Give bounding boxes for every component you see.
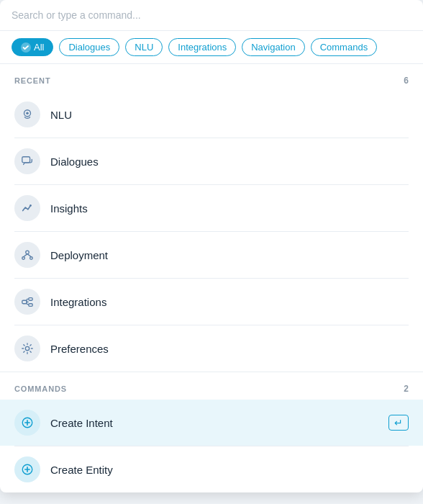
filter-commands-label: Commands xyxy=(320,42,368,53)
commands-section: COMMANDS 2 Create Intent ↵ xyxy=(0,372,423,492)
commands-count: 2 xyxy=(404,384,409,394)
deployment-label: Deployment xyxy=(50,249,409,261)
svg-rect-8 xyxy=(22,300,27,304)
preferences-icon xyxy=(21,342,34,355)
svg-point-2 xyxy=(26,112,29,114)
filter-chip-navigation[interactable]: Navigation xyxy=(242,38,304,56)
filter-nlu-label: NLU xyxy=(135,42,153,53)
list-item-create-entity[interactable]: Create Entity xyxy=(0,446,423,492)
enter-key-badge: ↵ xyxy=(388,415,409,431)
nlu-label: NLU xyxy=(50,109,409,121)
svg-point-7 xyxy=(30,257,33,260)
filter-navigation-label: Navigation xyxy=(251,42,295,53)
filter-all-label: All xyxy=(34,42,44,53)
recent-title: RECENT xyxy=(14,76,51,85)
list-item-create-intent[interactable]: Create Intent ↵ xyxy=(0,400,423,446)
command-palette: All Dialogues NLU Integrations Navigatio… xyxy=(0,0,423,492)
list-item-insights[interactable]: Insights xyxy=(0,185,423,231)
integrations-label: Integrations xyxy=(50,296,409,308)
svg-rect-10 xyxy=(29,304,32,307)
nlu-icon xyxy=(21,108,34,121)
filter-chip-all[interactable]: All xyxy=(12,38,53,56)
preferences-label: Preferences xyxy=(50,343,409,355)
integrations-icon xyxy=(21,295,34,308)
create-intent-icon xyxy=(21,416,34,429)
svg-point-5 xyxy=(26,251,29,254)
create-entity-icon xyxy=(21,463,34,476)
filter-row: All Dialogues NLU Integrations Navigatio… xyxy=(0,31,423,64)
filter-chip-nlu[interactable]: NLU xyxy=(125,38,163,56)
filter-chip-dialogues[interactable]: Dialogues xyxy=(59,38,119,56)
filter-dialogues-label: Dialogues xyxy=(68,42,110,53)
svg-rect-9 xyxy=(29,298,32,301)
commands-title: COMMANDS xyxy=(14,384,67,393)
nlu-icon-circle xyxy=(14,102,40,127)
list-item-preferences[interactable]: Preferences xyxy=(0,325,423,372)
list-item-deployment[interactable]: Deployment xyxy=(0,232,423,278)
list-item-integrations[interactable]: Integrations xyxy=(0,279,423,325)
list-item-nlu[interactable]: NLU xyxy=(0,91,423,138)
insights-icon xyxy=(21,202,34,215)
enter-key-symbol: ↵ xyxy=(394,417,403,428)
svg-point-11 xyxy=(25,346,29,350)
filter-chip-commands[interactable]: Commands xyxy=(311,38,377,56)
svg-point-6 xyxy=(22,257,25,260)
create-intent-label: Create Intent xyxy=(50,417,378,429)
dialogues-label: Dialogues xyxy=(50,156,409,168)
integrations-icon-circle xyxy=(14,289,40,315)
svg-point-4 xyxy=(29,204,32,207)
recent-count: 6 xyxy=(404,76,409,86)
insights-label: Insights xyxy=(50,202,409,215)
check-icon xyxy=(21,42,31,53)
deployment-icon-circle xyxy=(14,242,40,268)
recent-header: RECENT 6 xyxy=(0,64,423,91)
deployment-icon xyxy=(21,248,34,261)
dialogues-icon-circle xyxy=(14,148,40,174)
create-entity-icon-circle xyxy=(14,456,40,482)
filter-chip-integrations[interactable]: Integrations xyxy=(168,38,236,56)
search-input[interactable] xyxy=(12,9,411,21)
commands-header: COMMANDS 2 xyxy=(0,372,423,400)
search-bar xyxy=(0,0,423,31)
preferences-icon-circle xyxy=(14,336,40,361)
svg-rect-3 xyxy=(22,157,30,163)
insights-icon-circle xyxy=(14,195,40,221)
create-intent-icon-circle xyxy=(14,410,40,436)
dialogues-icon xyxy=(21,155,34,168)
list-item-dialogues[interactable]: Dialogues xyxy=(0,138,423,184)
create-entity-label: Create Entity xyxy=(50,464,409,476)
filter-integrations-label: Integrations xyxy=(178,42,227,53)
